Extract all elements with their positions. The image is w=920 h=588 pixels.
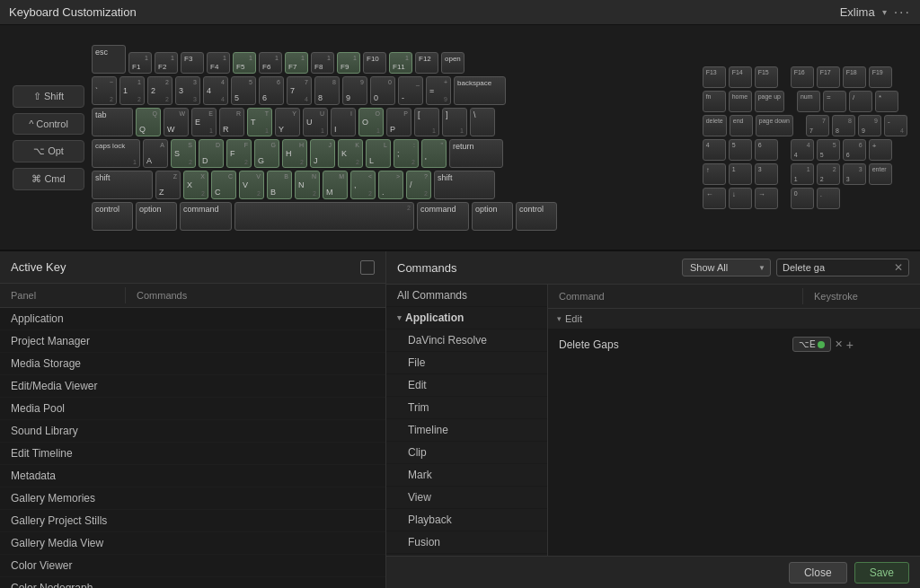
key-k[interactable]: KK2 bbox=[338, 139, 363, 168]
key-5[interactable]: 55 bbox=[231, 76, 256, 105]
key-0[interactable]: 00 bbox=[370, 76, 395, 105]
key-4[interactable]: 444 bbox=[203, 76, 228, 105]
key-num-2[interactable]: 22 bbox=[817, 163, 840, 185]
tree-item-all-commands[interactable]: All Commands bbox=[386, 285, 547, 307]
key-t[interactable]: TT1 bbox=[247, 108, 272, 136]
key-return[interactable]: return bbox=[449, 139, 503, 168]
tree-item-davinci[interactable]: DaVinci Resolve bbox=[386, 329, 547, 352]
tree-item-file[interactable]: File bbox=[386, 352, 547, 374]
key-f5[interactable]: 1F5 bbox=[233, 52, 256, 74]
key-backtick[interactable]: ~`2 bbox=[92, 76, 117, 105]
key-home[interactable]: home bbox=[729, 91, 752, 112]
tree-item-fusion[interactable]: Fusion bbox=[386, 531, 547, 554]
key-bracket-l[interactable]: [1 bbox=[414, 108, 439, 136]
key-pgdn[interactable]: page down bbox=[756, 115, 793, 136]
key-d[interactable]: DD bbox=[199, 139, 224, 168]
tree-item-view[interactable]: View bbox=[386, 487, 547, 509]
key-i[interactable]: II bbox=[331, 108, 356, 136]
key-esc[interactable]: esc bbox=[92, 45, 126, 74]
key-left[interactable]: ← bbox=[703, 188, 726, 209]
key-f11[interactable]: 1F11 bbox=[389, 52, 412, 74]
opt-modifier[interactable]: ⌥ Opt bbox=[13, 140, 84, 162]
key-delete[interactable]: delete bbox=[703, 115, 727, 136]
close-button[interactable]: Close bbox=[789, 562, 847, 584]
key-num-div[interactable]: / bbox=[849, 91, 872, 112]
key-option-bot-l[interactable]: option bbox=[136, 202, 177, 231]
list-item[interactable]: Application bbox=[0, 308, 385, 330]
key-f4[interactable]: 1F4 bbox=[207, 52, 230, 74]
key-control-bot[interactable]: control bbox=[92, 202, 133, 231]
list-item[interactable]: Edit Timeline bbox=[0, 443, 385, 465]
list-item[interactable]: Media Storage bbox=[0, 353, 385, 375]
key-3[interactable]: 333 bbox=[175, 76, 200, 105]
search-input[interactable] bbox=[783, 262, 890, 273]
key-num3-sub[interactable]: 3 bbox=[755, 163, 778, 185]
key-7[interactable]: 774 bbox=[287, 76, 312, 105]
key-num-eq[interactable]: = bbox=[823, 91, 846, 112]
key-2[interactable]: 222 bbox=[147, 76, 172, 105]
key-f2[interactable]: 1F2 bbox=[155, 52, 178, 74]
list-item[interactable]: Gallery Project Stills bbox=[0, 510, 385, 532]
key-capslock[interactable]: caps lock1 bbox=[92, 139, 140, 168]
key-num-minus[interactable]: -4 bbox=[884, 115, 907, 136]
list-item[interactable]: Color Viewer bbox=[0, 555, 385, 577]
key-f6[interactable]: 1F6 bbox=[259, 52, 282, 74]
key-end[interactable]: end bbox=[730, 115, 753, 136]
list-item[interactable]: Project Manager bbox=[0, 330, 385, 353]
key-num6-sub[interactable]: 6 bbox=[755, 139, 778, 161]
save-button[interactable]: Save bbox=[854, 562, 909, 584]
shift-modifier[interactable]: ⇧ Shift bbox=[13, 85, 84, 108]
list-item[interactable]: Sound Library bbox=[0, 420, 385, 443]
key-num1-sub[interactable]: 1 bbox=[729, 163, 752, 185]
key-num-9[interactable]: 99 bbox=[858, 115, 881, 136]
key-num-mul[interactable]: * bbox=[875, 91, 898, 112]
control-modifier[interactable]: ^ Control bbox=[13, 113, 84, 135]
key-h[interactable]: HH2 bbox=[282, 139, 307, 168]
key-num-6[interactable]: 66 bbox=[843, 139, 866, 161]
key-pgup[interactable]: page up bbox=[755, 91, 784, 112]
list-item[interactable]: Gallery Media View bbox=[0, 532, 385, 555]
key-z[interactable]: ZZ bbox=[155, 171, 181, 199]
key-m[interactable]: MM bbox=[323, 171, 348, 199]
key-v[interactable]: VV2 bbox=[239, 171, 264, 199]
key-f12[interactable]: F12 bbox=[415, 52, 438, 74]
key-f19[interactable]: F19 bbox=[869, 66, 892, 88]
key-comma[interactable]: <,2 bbox=[350, 171, 376, 199]
more-options-button[interactable]: ··· bbox=[894, 4, 911, 21]
key-shift-left[interactable]: shift bbox=[92, 171, 153, 199]
key-semicolon[interactable]: :;2 bbox=[394, 139, 419, 168]
key-num-5[interactable]: 55 bbox=[817, 139, 840, 161]
key-bracket-r[interactable]: ]1 bbox=[442, 108, 467, 136]
key-w[interactable]: WW bbox=[164, 108, 189, 136]
key-c[interactable]: CC bbox=[211, 171, 236, 199]
key-f9[interactable]: 1F9 bbox=[337, 52, 360, 74]
key-f8[interactable]: 1F8 bbox=[311, 52, 334, 74]
key-u[interactable]: UU1 bbox=[303, 108, 328, 136]
key-quote[interactable]: "' bbox=[421, 139, 447, 168]
key-period[interactable]: >. bbox=[378, 171, 403, 199]
key-e[interactable]: EE1 bbox=[191, 108, 217, 136]
key-slash[interactable]: ?/2 bbox=[406, 171, 431, 199]
key-a[interactable]: AA bbox=[143, 139, 168, 168]
key-f7[interactable]: 1F7 bbox=[285, 52, 308, 74]
key-g[interactable]: GG bbox=[254, 139, 279, 168]
tree-item-timeline[interactable]: Timeline bbox=[386, 419, 547, 442]
key-num-3[interactable]: 33 bbox=[843, 163, 866, 185]
key-num-4[interactable]: 44 bbox=[791, 139, 814, 161]
key-f13[interactable]: F13 bbox=[703, 66, 726, 88]
key-shift-right[interactable]: shift bbox=[434, 171, 495, 199]
user-chevron-button[interactable]: ▾ bbox=[882, 7, 887, 17]
key-f10[interactable]: F10 bbox=[363, 52, 386, 74]
list-item[interactable]: Edit/Media Viewer bbox=[0, 375, 385, 398]
key-minus[interactable]: _- bbox=[398, 76, 423, 105]
key-f[interactable]: FF2 bbox=[226, 139, 252, 168]
key-fn[interactable]: fn bbox=[703, 91, 726, 112]
key-9[interactable]: 99 bbox=[342, 76, 367, 105]
key-space[interactable]: 2 bbox=[234, 202, 414, 231]
key-equals[interactable]: +=9 bbox=[426, 76, 451, 105]
search-clear-button[interactable]: ✕ bbox=[894, 261, 903, 274]
key-8[interactable]: 88 bbox=[314, 76, 340, 105]
key-num-0[interactable]: 0 bbox=[791, 188, 814, 209]
key-f3[interactable]: F3 bbox=[181, 52, 204, 74]
key-num4-sub[interactable]: 4 bbox=[703, 139, 726, 161]
